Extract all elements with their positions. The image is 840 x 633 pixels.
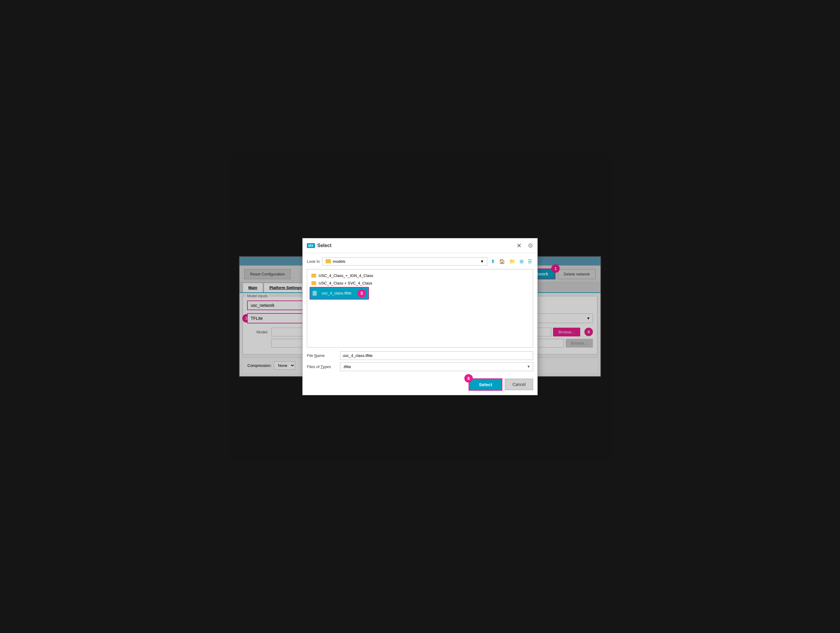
look-in-selector[interactable]: models ▼ xyxy=(322,257,487,265)
files-of-types-row: Files of Types .tflite ▼ xyxy=(307,362,533,371)
cancel-button[interactable]: Cancel xyxy=(505,379,533,390)
dialog-body: Look In models ▼ ⬆ 🏠 📁 ⊞ ☰ US xyxy=(303,253,537,375)
gear-icon[interactable]: ⚙ xyxy=(528,242,533,249)
folder-icon-1 xyxy=(311,274,316,278)
look-in-folder-icon xyxy=(325,259,331,264)
file-item-label: USC_4_Class_+_IGN_4_Class xyxy=(319,273,373,278)
dialog-title-left: MX Select xyxy=(307,243,332,248)
look-in-row: Look In models ▼ ⬆ 🏠 📁 ⊞ ☰ xyxy=(307,257,533,265)
nav-up-icon[interactable]: ⬆ xyxy=(490,257,496,265)
look-in-arrow-icon: ▼ xyxy=(480,259,484,264)
badge-6: 6 xyxy=(464,374,473,383)
dialog-title: Select xyxy=(317,243,332,248)
file-item-label-2: USC_4_Class + SVC_4_Class xyxy=(319,281,372,286)
look-in-label: Look In xyxy=(307,259,320,264)
dialog-footer: Select 6 Cancel xyxy=(303,375,537,395)
dialog-titlebar: MX Select ✕ ⚙ xyxy=(303,238,537,253)
files-of-types-arrow-icon: ▼ xyxy=(524,363,533,371)
file-toolbar-icons: ⬆ 🏠 📁 ⊞ ☰ xyxy=(490,257,533,265)
list-view-icon[interactable]: ☰ xyxy=(526,257,533,265)
select-button[interactable]: Select xyxy=(469,378,502,391)
home-icon[interactable]: 🏠 xyxy=(498,257,506,265)
file-item-folder-1[interactable]: USC_4_Class_+_IGN_4_Class xyxy=(309,272,531,279)
select-dialog: MX Select ✕ ⚙ Look In models ▼ ⬆ 🏠 xyxy=(302,238,538,395)
file-name-label: File Name xyxy=(307,353,337,358)
files-of-types-value: .tflite xyxy=(340,363,524,371)
look-in-value: models xyxy=(333,259,346,264)
file-item-tflite[interactable]: usc_4_class.tflite 5 xyxy=(309,287,369,300)
file-list: USC_4_Class_+_IGN_4_Class USC_4_Class + … xyxy=(307,269,533,347)
dialog-bottom-fields: File Name Files of Types .tflite ▼ xyxy=(307,351,533,371)
file-item-folder-2[interactable]: USC_4_Class + SVC_4_Class xyxy=(309,279,531,287)
mx-logo: MX xyxy=(307,243,315,248)
file-item-label-3: usc_4_class.tflite xyxy=(322,291,352,295)
file-name-input[interactable] xyxy=(340,351,533,360)
folder-icon-2 xyxy=(311,281,316,285)
file-icon-1 xyxy=(313,291,317,296)
new-folder-icon[interactable]: 📁 xyxy=(508,257,516,265)
badge-5: 5 xyxy=(358,289,366,297)
file-name-row: File Name xyxy=(307,351,533,360)
files-of-types-label: Files of Types xyxy=(307,365,337,369)
dialog-overlay: MX Select ✕ ⚙ Look In models ▼ ⬆ 🏠 xyxy=(0,0,840,633)
dialog-close-button[interactable]: ✕ xyxy=(514,242,524,250)
grid-view-icon[interactable]: ⊞ xyxy=(518,257,525,265)
